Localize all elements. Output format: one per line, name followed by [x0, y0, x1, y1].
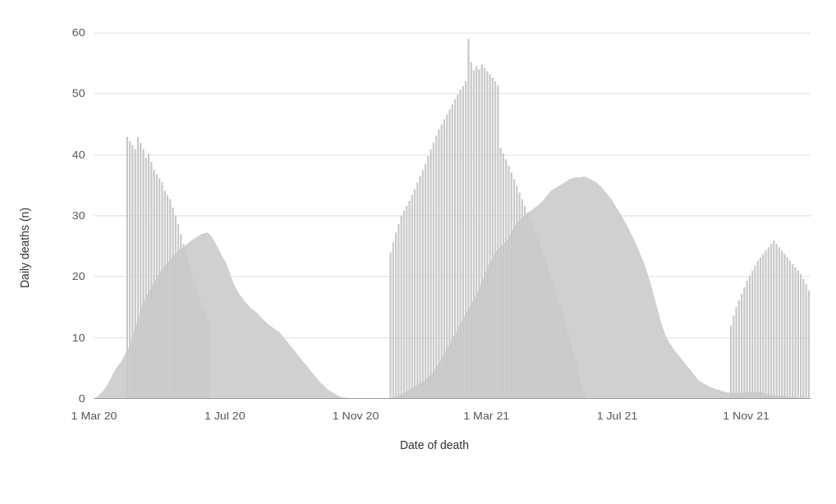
chart-container: Daily deaths (n) 0 10 20 30 40 50 [0, 0, 836, 504]
svg-rect-50 [204, 314, 206, 398]
svg-rect-146 [787, 257, 788, 398]
svg-text:1 Mar 21: 1 Mar 21 [463, 410, 509, 421]
svg-rect-86 [481, 65, 483, 399]
svg-rect-65 [425, 164, 426, 398]
svg-rect-141 [773, 241, 774, 398]
svg-rect-46 [194, 282, 195, 399]
svg-rect-79 [462, 86, 464, 399]
svg-rect-125 [730, 325, 732, 398]
chart-area: 0 10 20 30 40 50 60 1 Mar 20 1 Jul 20 1 … [49, 16, 820, 455]
svg-rect-142 [776, 244, 778, 398]
svg-rect-127 [735, 307, 737, 398]
svg-rect-70 [438, 130, 439, 399]
svg-rect-140 [770, 244, 772, 398]
svg-rect-145 [783, 254, 785, 398]
svg-rect-38 [172, 208, 173, 399]
svg-text:1 Jul 20: 1 Jul 20 [204, 410, 246, 421]
svg-rect-109 [543, 255, 544, 398]
svg-rect-88 [486, 71, 488, 399]
svg-rect-34 [161, 182, 163, 398]
svg-text:1 Mar 20: 1 Mar 20 [71, 410, 117, 421]
svg-rect-31 [154, 170, 155, 398]
svg-rect-152 [802, 279, 804, 399]
svg-text:20: 20 [72, 270, 85, 282]
svg-rect-126 [733, 315, 734, 398]
svg-rect-100 [519, 193, 521, 399]
svg-rect-61 [414, 189, 416, 398]
svg-rect-76 [454, 99, 456, 398]
svg-rect-97 [511, 172, 512, 398]
svg-text:10: 10 [72, 332, 85, 343]
svg-rect-35 [164, 191, 166, 399]
svg-rect-112 [551, 281, 553, 399]
svg-rect-119 [570, 342, 572, 399]
svg-rect-57 [403, 211, 405, 399]
svg-rect-41 [180, 234, 181, 398]
svg-rect-131 [746, 281, 748, 399]
svg-rect-51 [207, 319, 209, 398]
svg-rect-114 [556, 297, 558, 398]
svg-rect-47 [196, 291, 198, 399]
svg-rect-27 [142, 149, 144, 399]
svg-rect-153 [806, 284, 807, 399]
svg-rect-49 [201, 307, 203, 398]
svg-rect-107 [537, 239, 539, 398]
svg-rect-96 [508, 166, 509, 398]
svg-rect-147 [789, 261, 791, 399]
svg-rect-113 [554, 289, 555, 399]
svg-rect-138 [765, 250, 766, 398]
svg-rect-149 [794, 268, 796, 399]
svg-rect-21 [126, 137, 128, 399]
svg-rect-136 [760, 257, 761, 398]
svg-rect-132 [749, 276, 751, 399]
svg-rect-154 [808, 291, 810, 399]
svg-rect-45 [191, 274, 192, 399]
svg-rect-118 [567, 332, 568, 399]
svg-rect-120 [572, 352, 574, 399]
svg-rect-29 [148, 153, 149, 399]
svg-text:1 Jul 21: 1 Jul 21 [597, 410, 638, 421]
svg-rect-143 [779, 247, 780, 398]
svg-rect-89 [489, 75, 491, 399]
svg-rect-104 [530, 219, 531, 399]
svg-rect-117 [564, 322, 566, 398]
svg-rect-123 [581, 385, 582, 398]
svg-rect-53 [393, 242, 394, 398]
svg-rect-128 [738, 300, 740, 398]
svg-rect-43 [186, 254, 187, 398]
svg-rect-68 [433, 143, 434, 399]
svg-rect-32 [156, 174, 158, 398]
svg-text:40: 40 [72, 149, 85, 161]
svg-rect-137 [762, 254, 764, 398]
svg-rect-78 [460, 89, 462, 398]
svg-rect-95 [505, 159, 507, 398]
svg-rect-24 [135, 149, 136, 399]
svg-rect-44 [188, 264, 190, 399]
svg-rect-36 [167, 195, 168, 399]
svg-rect-40 [177, 224, 179, 399]
svg-rect-62 [416, 182, 418, 398]
svg-rect-92 [497, 85, 498, 399]
svg-rect-82 [471, 62, 472, 399]
svg-rect-87 [484, 68, 485, 399]
svg-rect-67 [430, 149, 432, 399]
svg-rect-135 [757, 261, 759, 399]
svg-rect-64 [422, 170, 424, 398]
svg-text:1 Nov 21: 1 Nov 21 [723, 410, 769, 421]
svg-rect-94 [503, 153, 504, 399]
svg-rect-150 [797, 271, 799, 399]
svg-text:1 Nov 20: 1 Nov 20 [333, 410, 379, 421]
svg-rect-102 [524, 206, 526, 399]
svg-rect-30 [150, 162, 152, 398]
svg-rect-148 [792, 264, 793, 399]
svg-rect-28 [145, 158, 147, 398]
svg-rect-105 [532, 226, 534, 398]
svg-rect-74 [448, 109, 450, 398]
svg-rect-101 [521, 199, 523, 399]
svg-rect-103 [526, 213, 528, 399]
svg-rect-111 [549, 273, 550, 399]
svg-rect-33 [158, 178, 160, 398]
svg-rect-69 [435, 136, 437, 399]
svg-rect-54 [395, 232, 397, 398]
svg-rect-26 [140, 143, 141, 399]
